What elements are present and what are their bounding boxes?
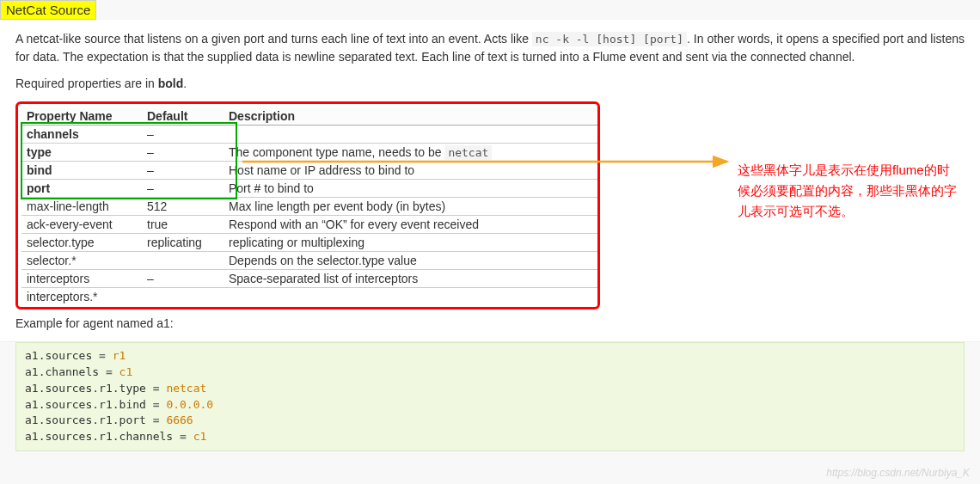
prop-default [142,288,224,306]
prop-default [142,252,224,270]
annotation-text: 这些黑体字儿是表示在使用flume的时候必须要配置的内容，那些非黑体的字儿表示可… [738,160,961,222]
prop-description [224,126,597,144]
prop-desc-code: netcat [444,145,492,160]
red-highlight-box: Property Name Default Description channe… [15,101,600,309]
prop-name: ack-every-event [21,216,142,234]
table-row: ack-every-eventtrueRespond with an “OK” … [21,216,597,234]
code-line: a1.channels = c1 [25,365,955,381]
code-line: a1.sources.r1.channels = c1 [25,429,955,445]
intro-text-1: A netcat-like source that listens on a g… [15,32,532,46]
prop-name: selector.* [21,252,142,270]
col-default: Default [142,107,224,126]
table-row: port–Port # to bind to [21,180,597,198]
code-line: a1.sources = r1 [25,348,955,365]
table-row: type–The component type name, needs to b… [21,144,597,162]
prop-default: – [142,126,224,144]
prop-default: – [142,162,224,180]
prop-description [224,288,597,306]
table-row: max-line-length512Max line length per ev… [21,198,597,216]
prop-default: – [142,144,224,162]
code-line: a1.sources.r1.port = 6666 [25,413,955,429]
table-row: interceptors–Space-separated list of int… [21,270,597,288]
table-row: selector.typereplicatingreplicating or m… [21,234,597,252]
example-label: Example for agent named a1: [15,315,965,333]
intro-paragraph: A netcat-like source that listens on a g… [15,30,965,66]
prop-description: Max line length per event body (in bytes… [224,198,597,216]
col-property-name: Property Name [21,107,142,126]
prop-description: Host name or IP address to bind to [224,162,597,180]
table-header-row: Property Name Default Description [21,107,597,126]
prop-default: replicating [142,234,224,252]
prop-default: true [142,216,224,234]
prop-name: port [21,180,142,198]
req-note-suffix: . [183,77,187,90]
properties-table: Property Name Default Description channe… [21,107,597,305]
table-row: selector.*Depends on the selector.type v… [21,252,597,270]
prop-description: The component type name, needs to be net… [224,144,597,162]
prop-default: 512 [142,198,224,216]
prop-description: Port # to bind to [224,180,597,198]
req-note-bold: bold [158,77,184,90]
prop-name: type [21,144,142,162]
prop-name: channels [21,126,142,144]
prop-default: – [142,180,224,198]
intro-code: nc -k -l [host] [port] [532,32,687,46]
col-description: Description [224,107,597,126]
req-note-prefix: Required properties are in [15,77,158,90]
prop-name: interceptors.* [21,288,142,306]
prop-description: Space-separated list of interceptors [224,270,597,288]
code-example: a1.sources = r1a1.channels = c1a1.source… [15,342,965,451]
prop-description: replicating or multiplexing [224,234,597,252]
prop-name: bind [21,162,142,180]
prop-name: interceptors [21,270,142,288]
prop-name: selector.type [21,234,142,252]
prop-default: – [142,270,224,288]
prop-name: max-line-length [21,198,142,216]
code-line: a1.sources.r1.bind = 0.0.0.0 [25,397,955,414]
code-line: a1.sources.r1.type = netcat [25,381,955,397]
table-row: bind–Host name or IP address to bind to [21,162,597,180]
watermark: https://blog.csdn.net/Nurbiya_K [826,467,970,479]
table-row: channels– [21,126,597,144]
table-row: interceptors.* [21,288,597,306]
prop-description: Respond with an “OK” for every event rec… [224,216,597,234]
section-title: NetCat Source [0,0,96,20]
prop-description: Depends on the selector.type value [224,252,597,270]
required-note: Required properties are in bold. [15,75,965,93]
